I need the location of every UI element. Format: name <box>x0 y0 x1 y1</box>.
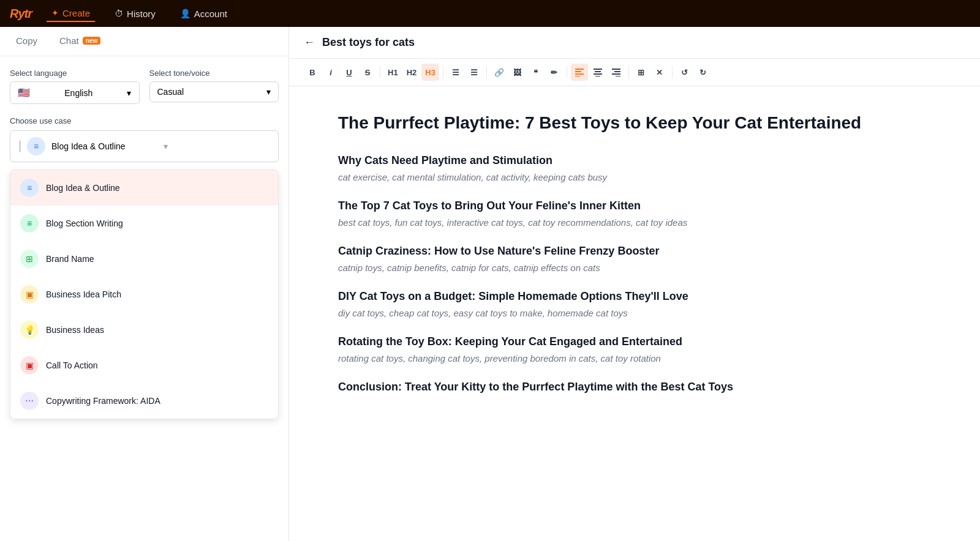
clear-format-button[interactable]: ✕ <box>651 64 668 81</box>
document-main-heading: The Purrfect Playtime: 7 Best Toys to Ke… <box>338 111 931 135</box>
section-3: Catnip Craziness: How to Use Nature's Fe… <box>338 245 931 273</box>
dropdown-item-call-to-action-label: Call To Action <box>46 360 98 370</box>
section-2: The Top 7 Cat Toys to Bring Out Your Fel… <box>338 200 931 228</box>
section-6-heading: Conclusion: Treat Your Kitty to the Purr… <box>338 381 931 394</box>
editor-body[interactable]: The Purrfect Playtime: 7 Best Toys to Ke… <box>289 86 980 541</box>
section-2-keywords: best cat toys, fun cat toys, interactive… <box>338 217 931 228</box>
svg-rect-1 <box>575 71 581 72</box>
section-1-heading: Why Cats Need Playtime and Stimulation <box>338 154 931 167</box>
strikethrough-button[interactable]: S <box>359 64 376 81</box>
section-4: DIY Cat Toys on a Budget: Simple Homemad… <box>338 290 931 318</box>
redo-button[interactable]: ↻ <box>695 64 712 81</box>
tab-copy[interactable]: Copy <box>5 27 48 56</box>
italic-button[interactable]: i <box>322 64 339 81</box>
nav-account[interactable]: 👤 Account <box>175 6 232 21</box>
editor-header: ← Best toys for cats <box>289 27 980 59</box>
svg-rect-3 <box>575 76 580 76</box>
section-1: Why Cats Need Playtime and Stimulation c… <box>338 154 931 182</box>
underline-button[interactable]: U <box>341 64 358 81</box>
main-layout: Copy Chat new Select language 🇺🇸 English… <box>0 27 980 541</box>
tone-select[interactable]: Casual ▾ <box>149 81 279 102</box>
language-label: Select language <box>10 69 140 78</box>
svg-rect-8 <box>612 69 620 70</box>
dropdown-item-blog-idea-label: Blog Idea & Outline <box>46 183 120 193</box>
language-value: English <box>64 88 92 98</box>
dropdown-item-brand-name[interactable]: ⊞ Brand Name <box>10 241 278 277</box>
section-5-heading: Rotating the Toy Box: Keeping Your Cat E… <box>338 335 931 348</box>
top-navigation: Rytr ✦ Create ⏱ History 👤 Account <box>0 0 980 27</box>
section-6: Conclusion: Treat Your Kitty to the Purr… <box>338 381 931 394</box>
content-area: ← Best toys for cats B i U S H1 H2 H3 ☰ … <box>289 27 980 541</box>
table-button[interactable]: ⊞ <box>633 64 650 81</box>
section-1-keywords: cat exercise, cat mental stimulation, ca… <box>338 172 931 182</box>
svg-rect-7 <box>595 76 600 76</box>
dropdown-item-business-ideas[interactable]: 💡 Business Ideas <box>10 312 278 348</box>
dropdown-item-blog-idea[interactable]: ≡ Blog Idea & Outline <box>10 170 278 206</box>
dropdown-item-brand-name-label: Brand Name <box>46 254 94 264</box>
dropdown-item-business-ideas-label: Business Ideas <box>46 325 104 335</box>
select-row: Select language 🇺🇸 English ▾ Select tone… <box>10 69 279 104</box>
svg-rect-2 <box>575 73 584 75</box>
use-case-icon: ≡ <box>27 137 45 155</box>
align-left-button[interactable] <box>571 64 588 81</box>
toolbar-divider-4 <box>567 66 567 78</box>
section-5-keywords: rotating cat toys, changing cat toys, pr… <box>338 353 931 364</box>
image-button[interactable]: 🖼 <box>509 64 526 81</box>
nav-create[interactable]: ✦ Create <box>47 6 95 22</box>
svg-rect-9 <box>614 71 620 72</box>
business-pitch-icon: ▣ <box>20 285 39 304</box>
use-case-label: Choose use case <box>10 116 279 125</box>
dropdown-item-call-to-action[interactable]: ▣ Call To Action <box>10 348 278 383</box>
dropdown-item-business-pitch-label: Business Idea Pitch <box>46 289 121 299</box>
svg-rect-11 <box>616 76 620 76</box>
dropdown-item-blog-section[interactable]: ≡ Blog Section Writing <box>10 206 278 241</box>
sidebar: Copy Chat new Select language 🇺🇸 English… <box>0 27 289 541</box>
tab-chat[interactable]: Chat new <box>48 27 111 56</box>
h2-button[interactable]: H2 <box>403 64 421 81</box>
language-chevron-icon: ▾ <box>127 88 131 98</box>
call-to-action-icon: ▣ <box>20 356 39 375</box>
business-ideas-icon: 💡 <box>20 321 39 339</box>
blog-idea-icon: ≡ <box>20 179 39 197</box>
blog-section-icon: ≡ <box>20 214 39 233</box>
language-select[interactable]: 🇺🇸 English ▾ <box>10 81 140 104</box>
nav-create-label: Create <box>62 8 90 18</box>
history-icon: ⏱ <box>115 9 123 18</box>
toolbar-divider-2 <box>443 66 443 78</box>
section-3-heading: Catnip Craziness: How to Use Nature's Fe… <box>338 245 931 258</box>
tone-chevron-icon: ▾ <box>266 87 271 97</box>
svg-rect-10 <box>612 73 620 75</box>
document-title: Best toys for cats <box>322 36 415 49</box>
nav-history[interactable]: ⏱ History <box>110 6 160 21</box>
editor-toolbar: B i U S H1 H2 H3 ☰ ☰ 🔗 🖼 ❝ ✏ <box>289 59 980 86</box>
svg-rect-6 <box>594 73 602 75</box>
highlight-button[interactable]: ✏ <box>546 64 563 81</box>
tone-label: Select tone/voice <box>149 69 279 78</box>
toolbar-divider-5 <box>628 66 629 78</box>
dropdown-list: ≡ Blog Idea & Outline ≡ Blog Section Wri… <box>10 170 279 419</box>
dropdown-item-blog-section-label: Blog Section Writing <box>46 218 123 228</box>
toolbar-divider-6 <box>672 66 673 78</box>
undo-button[interactable]: ↺ <box>676 64 693 81</box>
sidebar-content: Select language 🇺🇸 English ▾ Select tone… <box>0 56 288 541</box>
h3-button[interactable]: H3 <box>421 64 439 81</box>
dropdown-item-copywriting-aida[interactable]: ⋯ Copywriting Framework: AIDA <box>10 383 278 419</box>
align-center-button[interactable] <box>589 64 606 81</box>
h1-button[interactable]: H1 <box>384 64 402 81</box>
tab-copy-label: Copy <box>16 35 37 46</box>
quote-button[interactable]: ❝ <box>527 64 545 81</box>
section-3-keywords: catnip toys, catnip benefits, catnip for… <box>338 263 931 273</box>
back-button[interactable]: ← <box>304 36 315 49</box>
link-button[interactable]: 🔗 <box>491 64 508 81</box>
dropdown-item-business-pitch[interactable]: ▣ Business Idea Pitch <box>10 277 278 312</box>
section-2-heading: The Top 7 Cat Toys to Bring Out Your Fel… <box>338 200 931 212</box>
logo[interactable]: Rytr <box>10 7 32 21</box>
align-right-button[interactable] <box>608 64 625 81</box>
use-case-select[interactable]: ≡ Blog Idea & Outline ▾ <box>10 130 279 162</box>
bullet-list-button[interactable]: ☰ <box>447 64 464 81</box>
svg-rect-0 <box>575 69 584 70</box>
bold-button[interactable]: B <box>304 64 321 81</box>
section-4-heading: DIY Cat Toys on a Budget: Simple Homemad… <box>338 290 931 303</box>
brand-name-icon: ⊞ <box>20 250 39 268</box>
ordered-list-button[interactable]: ☰ <box>466 64 483 81</box>
